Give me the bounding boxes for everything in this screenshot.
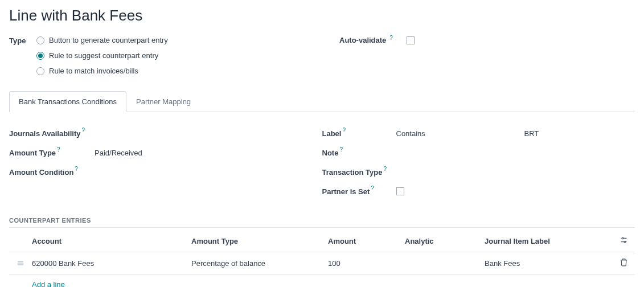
col-header-amount-type: Amount Type — [191, 237, 328, 245]
journals-availability-label: Journals Availability — [9, 129, 80, 138]
add-line-link[interactable]: Add a line — [32, 280, 65, 287]
tab-bank-transactions-conditions[interactable]: Bank Transactions Conditions — [9, 91, 126, 112]
radio-label: Button to generate counterpart entry — [49, 36, 168, 44]
col-header-journal-label: Journal Item Label — [485, 237, 612, 245]
transaction-type-label: Transaction Type — [322, 168, 383, 177]
svg-point-3 — [624, 241, 626, 243]
help-icon[interactable]: ? — [342, 127, 346, 133]
help-icon[interactable]: ? — [371, 185, 374, 191]
amount-condition-label: Amount Condition — [9, 168, 73, 177]
label-value[interactable]: BRT — [524, 129, 539, 138]
type-radio-generate[interactable]: Button to generate counterpart entry — [36, 36, 168, 44]
type-radio-suggest[interactable]: Rule to suggest counterpart entry — [36, 51, 168, 60]
note-label: Note — [322, 149, 339, 157]
settings-icon[interactable] — [620, 236, 628, 246]
label-label: Label — [322, 129, 342, 138]
type-label: Type — [9, 36, 26, 45]
type-radio-match[interactable]: Rule to match invoices/bills — [36, 67, 168, 75]
radio-icon — [36, 36, 44, 44]
help-icon[interactable]: ? — [339, 146, 343, 153]
cell-amount-type[interactable]: Percentage of balance — [191, 259, 328, 268]
counterpart-entries-header: COUNTERPART ENTRIES — [9, 217, 635, 228]
partner-is-set-checkbox[interactable] — [396, 187, 404, 195]
help-icon[interactable]: ? — [389, 35, 393, 41]
help-icon[interactable]: ? — [383, 166, 387, 172]
table-header: Account Amount Type Amount Analytic Jour… — [9, 230, 635, 252]
amount-type-label: Amount Type — [9, 149, 56, 157]
auto-validate-label: Auto-validate — [339, 36, 386, 44]
radio-icon — [36, 52, 44, 60]
cell-account[interactable]: 620000 Bank Fees — [32, 259, 191, 268]
cell-journal-label[interactable]: Bank Fees — [485, 259, 612, 268]
tabs: Bank Transactions Conditions Partner Map… — [9, 91, 635, 112]
radio-label: Rule to suggest counterpart entry — [49, 51, 158, 60]
label-operator[interactable]: Contains — [396, 129, 524, 138]
radio-icon — [36, 67, 44, 75]
help-icon[interactable]: ? — [57, 146, 60, 153]
partner-is-set-label: Partner is Set — [322, 187, 370, 196]
help-icon[interactable]: ? — [81, 127, 85, 133]
counterpart-entries-table: Account Amount Type Amount Analytic Jour… — [9, 230, 635, 287]
col-header-account: Account — [32, 237, 191, 245]
col-header-analytic: Analytic — [405, 237, 485, 245]
table-row[interactable]: 620000 Bank Fees Percentage of balance 1… — [9, 252, 635, 274]
help-icon[interactable]: ? — [75, 166, 78, 172]
auto-validate-checkbox[interactable] — [407, 36, 415, 44]
tab-partner-mapping[interactable]: Partner Mapping — [126, 91, 200, 112]
svg-point-1 — [622, 237, 624, 239]
col-header-amount: Amount — [328, 237, 405, 245]
drag-handle-icon[interactable] — [18, 259, 23, 267]
radio-label: Rule to match invoices/bills — [49, 67, 138, 75]
trash-icon[interactable] — [620, 258, 628, 268]
page-title: Line with Bank Fees — [9, 7, 635, 24]
amount-type-value[interactable]: Paid/Received — [95, 149, 142, 157]
cell-amount[interactable]: 100 — [328, 259, 405, 268]
type-radio-group: Button to generate counterpart entry Rul… — [36, 36, 168, 75]
